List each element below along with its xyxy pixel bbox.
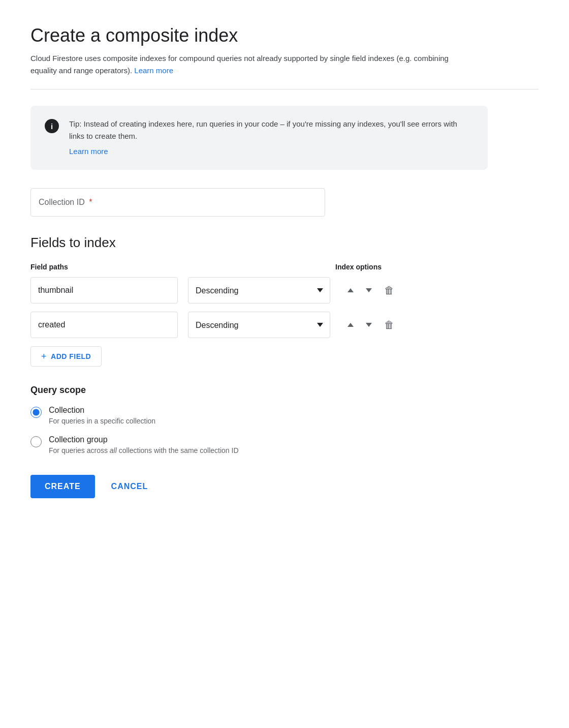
info-icon: i <box>45 119 59 133</box>
move-down-button-1[interactable] <box>363 285 375 295</box>
desc-before: For queries across <box>49 446 110 454</box>
bottom-actions: CREATE CANCEL <box>30 475 539 498</box>
move-down-button-2[interactable] <box>363 320 375 330</box>
add-field-button[interactable]: + ADD FIELD <box>30 346 102 367</box>
header-divider <box>30 89 539 89</box>
index-select-2[interactable]: Ascending Descending Array contains <box>188 312 330 338</box>
trash-icon-1: 🗑 <box>384 285 394 296</box>
chevron-up-icon-2 <box>347 323 354 327</box>
chevron-down-icon-1 <box>366 288 372 292</box>
fields-header: Field paths Index options <box>30 263 539 271</box>
radio-collection-label: Collection <box>49 406 155 415</box>
radio-collection-desc: For queries in a specific collection <box>49 417 155 425</box>
fields-to-index-title: Fields to index <box>30 235 539 251</box>
radio-collection-group-content: Collection group For queries across all … <box>49 435 239 454</box>
query-scope-title: Query scope <box>30 385 539 396</box>
page-title: Create a composite index <box>30 24 539 46</box>
move-up-button-1[interactable] <box>344 285 357 295</box>
delete-button-2[interactable]: 🗑 <box>381 316 397 334</box>
tip-box: i Tip: Instead of creating indexes here,… <box>30 106 488 170</box>
field-path-input-2[interactable] <box>30 312 178 338</box>
index-options-header: Index options <box>335 263 382 271</box>
tip-learn-more-link[interactable]: Learn more <box>69 145 473 158</box>
query-scope-radio-group: Collection For queries in a specific col… <box>30 406 539 454</box>
plus-icon: + <box>41 352 47 361</box>
tip-content: Tip: Instead of creating indexes here, r… <box>69 118 473 158</box>
row-actions-2: 🗑 <box>344 316 397 334</box>
chevron-up-icon-1 <box>347 288 354 292</box>
move-up-button-2[interactable] <box>344 320 357 330</box>
radio-input-collection[interactable] <box>30 407 42 418</box>
desc-italic: all <box>110 446 117 454</box>
delete-button-1[interactable]: 🗑 <box>381 282 397 299</box>
field-paths-header: Field paths <box>30 263 183 271</box>
collection-id-input[interactable] <box>30 188 325 217</box>
cancel-button[interactable]: CANCEL <box>103 475 156 498</box>
description-text: Cloud Firestore uses composite indexes f… <box>30 54 449 75</box>
radio-collection-group-desc: For queries across all collections with … <box>49 446 239 454</box>
trash-icon-2: 🗑 <box>384 319 394 331</box>
page-description: Cloud Firestore uses composite indexes f… <box>30 52 467 77</box>
add-field-label: ADD FIELD <box>51 352 91 360</box>
field-path-input-1[interactable] <box>30 277 178 304</box>
field-row: Ascending Descending Array contains 🗑 <box>30 277 539 304</box>
radio-option-collection-group[interactable]: Collection group For queries across all … <box>30 435 539 454</box>
radio-collection-group-label: Collection group <box>49 435 239 444</box>
chevron-down-icon-2 <box>366 323 372 327</box>
collection-id-wrapper: Collection ID * <box>30 188 325 217</box>
radio-collection-content: Collection For queries in a specific col… <box>49 406 155 425</box>
radio-input-collection-group[interactable] <box>30 436 42 447</box>
index-select-wrapper-2: Ascending Descending Array contains <box>188 312 330 338</box>
index-select-wrapper-1: Ascending Descending Array contains <box>188 277 330 304</box>
row-actions-1: 🗑 <box>344 282 397 299</box>
index-select-1[interactable]: Ascending Descending Array contains <box>188 277 330 304</box>
desc-after: collections with the same collection ID <box>117 446 239 454</box>
tip-text: Tip: Instead of creating indexes here, r… <box>69 119 457 140</box>
header-learn-more-link[interactable]: Learn more <box>134 66 173 75</box>
create-button[interactable]: CREATE <box>30 475 95 498</box>
field-row: Ascending Descending Array contains 🗑 <box>30 312 539 338</box>
radio-option-collection[interactable]: Collection For queries in a specific col… <box>30 406 539 425</box>
